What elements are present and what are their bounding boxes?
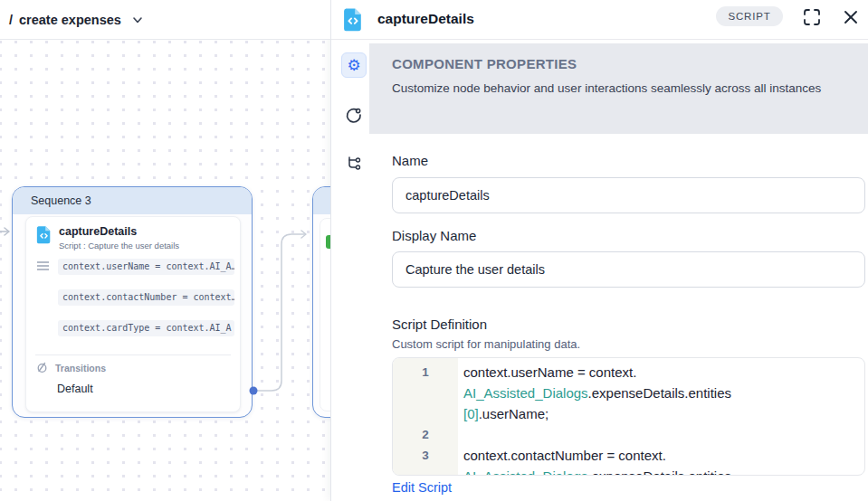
- loop-icon: [345, 107, 363, 125]
- chevron-down-icon: [131, 14, 144, 26]
- node-capturedetails-card[interactable]: captureDetails Script : Capture the user…: [25, 216, 241, 412]
- breadcrumb[interactable]: / create expenses: [9, 13, 144, 27]
- script-definition-hint: Custom script for manipulating data.: [392, 337, 580, 351]
- panel-side-rail: ⚙: [331, 40, 369, 501]
- panel-title: captureDetails: [377, 11, 474, 27]
- code-line: [0].userName;: [393, 403, 864, 424]
- panel-header: captureDetails SCRIPT: [331, 0, 868, 40]
- name-label: Name: [392, 153, 428, 168]
- node-card-subtitle: Script : Capture the user details: [59, 241, 179, 250]
- code-line-number: 1: [393, 358, 458, 383]
- flow-builder-app: / create expenses Sequence 3: [0, 0, 868, 501]
- code-line-number: 3: [393, 445, 458, 466]
- close-icon[interactable]: [841, 7, 861, 27]
- node-card-title-row: captureDetails Script : Capture the user…: [36, 225, 179, 250]
- canvas-toolbar: / create expenses: [0, 0, 330, 40]
- code-line: 2: [393, 424, 864, 445]
- transitions-label: Transitions: [55, 363, 106, 373]
- properties-panel: captureDetails SCRIPT ⚙: [330, 0, 868, 501]
- code-line-number: [393, 383, 458, 403]
- node-script-preview-line: context.cardType = context.AI_A: [58, 320, 234, 336]
- message-node-icon: [326, 235, 330, 249]
- section-description: Customize node behavior and user interac…: [392, 79, 828, 98]
- tab-component-properties[interactable]: ⚙: [341, 52, 367, 78]
- flow-canvas[interactable]: / create expenses Sequence 3: [0, 0, 330, 501]
- node-script-preview[interactable]: context.userName = context.AI_A…context.…: [36, 259, 234, 374]
- tab-connections[interactable]: [341, 103, 367, 128]
- node-sequence-4-header[interactable]: Se: [313, 187, 330, 214]
- transitions-row: Transitions: [36, 362, 106, 373]
- tab-flow-tree[interactable]: [341, 150, 367, 175]
- expand-icon[interactable]: [802, 7, 822, 27]
- code-line: 1context.userName = context.: [393, 358, 864, 383]
- hamburger-icon: [36, 260, 50, 272]
- node-script-preview-line: context.contactNumber = context…: [58, 289, 234, 306]
- transitions-icon: [36, 362, 48, 373]
- code-line: AI_Assisted_Dialogs.expenseDetails.entit…: [393, 383, 864, 403]
- node-sequence-3-header[interactable]: Sequence 3: [13, 187, 252, 214]
- node-card-name: captureDetails: [59, 225, 179, 239]
- branch-icon: [346, 155, 362, 171]
- display-name-input[interactable]: [392, 251, 865, 288]
- breadcrumb-label: create expenses: [19, 13, 121, 27]
- section-header: COMPONENT PROPERTIES Customize node beha…: [369, 43, 868, 134]
- script-definition-label: Script Definition: [392, 317, 487, 332]
- name-input[interactable]: [392, 177, 865, 213]
- display-name-label: Display Name: [392, 228, 476, 243]
- code-line: AI_Assisted_Dialogs.expenseDetails.entit…: [393, 466, 864, 476]
- code-line: 3context.contactNumber = context.: [393, 445, 864, 466]
- node2-card[interactable]: [320, 218, 330, 411]
- script-file-icon: [36, 225, 52, 244]
- code-line-number: 2: [393, 424, 458, 445]
- section-title: COMPONENT PROPERTIES: [392, 56, 868, 71]
- node-type-badge: SCRIPT: [716, 6, 783, 26]
- transition-default[interactable]: Default: [57, 383, 93, 395]
- gear-icon: ⚙: [347, 58, 360, 73]
- edit-script-link[interactable]: Edit Script: [392, 480, 452, 495]
- node-script-preview-line: context.userName = context.AI_A…: [58, 259, 234, 275]
- panel-content: COMPONENT PROPERTIES Customize node beha…: [369, 40, 868, 501]
- code-line-number: [393, 466, 458, 476]
- node-sequence-3[interactable]: Sequence 3 captureDetails Script : Captu…: [12, 186, 253, 418]
- script-code-editor[interactable]: 1context.userName = context.AI_Assisted_…: [392, 357, 865, 476]
- card-divider: [35, 354, 231, 355]
- node-sequence-4[interactable]: Se: [312, 186, 330, 418]
- breadcrumb-slash: /: [9, 13, 13, 27]
- script-file-icon: [343, 7, 363, 32]
- code-line-number: [393, 403, 458, 424]
